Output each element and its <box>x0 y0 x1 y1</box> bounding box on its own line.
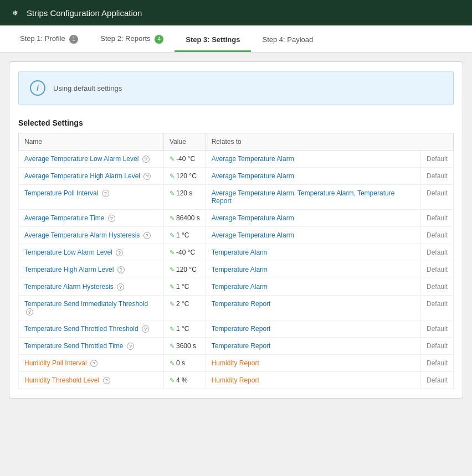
help-icon[interactable]: ? <box>103 377 110 384</box>
section-title: Selected Settings <box>18 118 454 127</box>
help-icon[interactable]: ? <box>142 156 150 163</box>
step-1[interactable]: Step 1: Profile 1 <box>9 25 89 52</box>
table-row: Average Temperature Time ? ✎86400 s Aver… <box>19 210 454 227</box>
setting-relates: Average Temperature Alarm <box>206 227 420 244</box>
edit-icon: ✎ <box>170 377 175 384</box>
table-row: Temperature Low Alarm Level ? ✎-40 °C Te… <box>19 244 454 261</box>
content-card: i Using default settings Selected Settin… <box>9 61 463 399</box>
setting-name[interactable]: Average Temperature Time ? <box>19 210 164 227</box>
col-name: Name <box>19 133 164 151</box>
step-1-badge: 1 <box>69 35 78 44</box>
setting-default: Default <box>420 338 453 355</box>
help-icon[interactable]: ? <box>26 308 33 315</box>
setting-default: Default <box>420 372 453 389</box>
help-icon[interactable]: ? <box>143 232 151 239</box>
step-3-label: Step 3: Settings <box>186 35 240 44</box>
edit-icon: ✎ <box>170 283 175 290</box>
info-box: i Using default settings <box>18 71 454 105</box>
setting-relates: Humidity Report <box>206 372 420 389</box>
setting-value: ✎120 °C <box>164 261 206 278</box>
app-logo: ❄ <box>9 7 21 19</box>
help-icon[interactable]: ? <box>117 283 124 291</box>
help-icon[interactable]: ? <box>142 325 149 333</box>
main-content: i Using default settings Selected Settin… <box>0 53 472 476</box>
table-row: Temperature Alarm Hysteresis ? ✎1 °C Tem… <box>19 278 454 296</box>
info-icon: i <box>30 80 45 96</box>
setting-relates: Temperature Report <box>206 320 420 338</box>
setting-default: Default <box>420 168 453 185</box>
table-row: Humidity Poll Interval ? ✎0 s Humidity R… <box>19 355 454 372</box>
help-icon[interactable]: ? <box>127 343 134 350</box>
help-icon[interactable]: ? <box>102 190 109 197</box>
step-1-label: Step 1: Profile <box>20 34 65 43</box>
table-row: Temperature High Alarm Level ? ✎120 °C T… <box>19 261 454 278</box>
setting-name[interactable]: Temperature Send Throttled Threshold ? <box>19 320 164 338</box>
table-row: Average Temperature High Alarm Level ? ✎… <box>19 168 454 185</box>
setting-value: ✎2 °C <box>164 296 206 320</box>
setting-default: Default <box>420 244 453 261</box>
setting-name[interactable]: Average Temperature High Alarm Level ? <box>19 168 164 185</box>
edit-icon: ✎ <box>170 325 175 332</box>
setting-relates: Temperature Alarm <box>206 278 420 296</box>
step-2-badge: 4 <box>155 35 163 44</box>
setting-name[interactable]: Temperature High Alarm Level ? <box>19 261 164 278</box>
setting-name[interactable]: Average Temperature Low Alarm Level ? <box>19 151 164 168</box>
setting-relates: Temperature Report <box>206 296 420 320</box>
setting-name[interactable]: Temperature Alarm Hysteresis ? <box>19 278 164 296</box>
edit-icon: ✎ <box>170 173 175 179</box>
setting-name[interactable]: Temperature Poll Interval ? <box>19 185 164 210</box>
col-relates: Relates to <box>206 133 453 151</box>
setting-default: Default <box>420 151 453 168</box>
setting-name[interactable]: Average Temperature Alarm Hysteresis ? <box>19 227 164 244</box>
settings-table: Name Value Relates to Average Temperatur… <box>18 133 454 389</box>
help-icon[interactable]: ? <box>90 360 98 367</box>
setting-relates: Average Temperature Alarm <box>206 210 420 227</box>
table-row: Average Temperature Low Alarm Level ? ✎-… <box>19 151 454 168</box>
help-icon[interactable]: ? <box>108 215 115 222</box>
step-3[interactable]: Step 3: Settings <box>175 27 251 52</box>
setting-relates: Temperature Report <box>206 338 420 355</box>
help-icon[interactable]: ? <box>117 266 125 273</box>
edit-icon: ✎ <box>170 266 175 273</box>
setting-name[interactable]: Humidity Poll Interval ? <box>19 355 164 372</box>
setting-name[interactable]: Humidity Threshold Level ? <box>19 372 164 389</box>
setting-value: ✎-40 °C <box>164 151 206 168</box>
table-row: Temperature Poll Interval ? ✎120 s Avera… <box>19 185 454 210</box>
edit-icon: ✎ <box>170 190 175 196</box>
table-row: Temperature Send Throttled Time ? ✎3600 … <box>19 338 454 355</box>
help-icon[interactable]: ? <box>143 173 151 180</box>
setting-name[interactable]: Temperature Send Immediately Threshold ? <box>19 296 164 320</box>
edit-icon: ✎ <box>170 249 175 256</box>
col-value: Value <box>164 133 206 151</box>
setting-relates: Temperature Alarm <box>206 244 420 261</box>
step-4[interactable]: Step 4: Payload <box>251 27 324 52</box>
edit-icon: ✎ <box>170 301 175 307</box>
setting-relates: Temperature Alarm <box>206 261 420 278</box>
help-icon[interactable]: ? <box>116 249 123 256</box>
setting-relates: Average Temperature Alarm, Temperature A… <box>206 185 420 210</box>
step-4-label: Step 4: Payload <box>262 35 313 44</box>
setting-value: ✎1 °C <box>164 278 206 296</box>
edit-icon: ✎ <box>170 360 175 366</box>
setting-value: ✎120 °C <box>164 168 206 185</box>
setting-relates: Humidity Report <box>206 355 420 372</box>
setting-default: Default <box>420 296 453 320</box>
edit-icon: ✎ <box>170 343 175 349</box>
table-row: Average Temperature Alarm Hysteresis ? ✎… <box>19 227 454 244</box>
setting-default: Default <box>420 278 453 296</box>
setting-default: Default <box>420 320 453 338</box>
setting-default: Default <box>420 355 453 372</box>
step-2-label: Step 2: Reports <box>100 34 150 43</box>
table-row: Temperature Send Throttled Threshold ? ✎… <box>19 320 454 338</box>
edit-icon: ✎ <box>170 232 175 239</box>
setting-name[interactable]: Temperature Send Throttled Time ? <box>19 338 164 355</box>
setting-relates: Average Temperature Alarm <box>206 168 420 185</box>
setting-value: ✎86400 s <box>164 210 206 227</box>
step-2[interactable]: Step 2: Reports 4 <box>89 25 175 52</box>
app-title: Strips Configuration Application <box>27 8 142 18</box>
setting-name[interactable]: Temperature Low Alarm Level ? <box>19 244 164 261</box>
setting-value: ✎0 s <box>164 355 206 372</box>
setting-value: ✎4 % <box>164 372 206 389</box>
setting-value: ✎120 s <box>164 185 206 210</box>
setting-default: Default <box>420 261 453 278</box>
